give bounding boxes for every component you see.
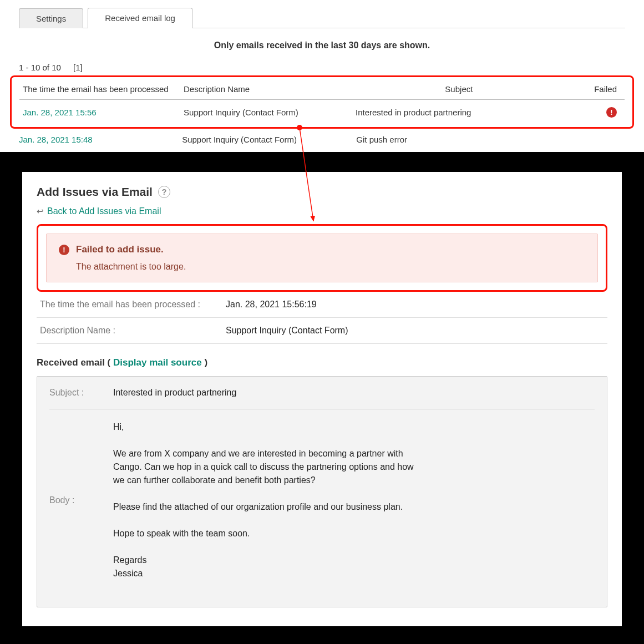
col-subject: Subject	[352, 77, 566, 100]
processed-time-value: Jan. 28, 2021 15:56:19	[226, 300, 317, 310]
col-time: The time the email has been processed	[19, 77, 180, 100]
col-desc: Description Name	[180, 77, 352, 100]
received-email-heading: Received email ( Display mail source )	[37, 357, 607, 368]
log-description: Support Inquiry (Contact Form)	[182, 135, 354, 144]
pager-range: 1 - 10 of 10	[19, 63, 61, 72]
mail-content-box: Subject : Interested in product partneri…	[37, 376, 607, 607]
error-highlight: ! Failed to add issue. The attachment is…	[37, 224, 607, 292]
processed-time-label: The time the email has been processed :	[40, 300, 226, 310]
email-log-panel: Settings Received email log Only emails …	[0, 0, 644, 152]
tab-received-email-log[interactable]: Received email log	[88, 8, 192, 28]
back-arrow-icon: ↩	[37, 206, 44, 216]
description-name-label: Description Name :	[40, 326, 226, 336]
col-failed: Failed	[566, 77, 625, 100]
mail-body-value: Hi, We are from X company and we are int…	[113, 420, 424, 580]
back-link[interactable]: ↩ Back to Add Issues via Email	[37, 206, 607, 216]
display-mail-source-link[interactable]: Display mail source	[113, 357, 202, 368]
mail-subject-label: Subject :	[49, 388, 113, 398]
tab-settings[interactable]: Settings	[19, 8, 83, 28]
table-row[interactable]: Jan. 28, 2021 15:48 Support Inquiry (Con…	[0, 129, 644, 150]
back-link-label: Back to Add Issues via Email	[47, 206, 161, 216]
log-table-highlight: The time the email has been processed De…	[10, 75, 634, 129]
description-name-value: Support Inquiry (Contact Form)	[226, 326, 348, 336]
pager-current-page: [1]	[73, 63, 83, 72]
mail-subject-value: Interested in product partnering	[113, 388, 424, 398]
pager: 1 - 10 of 10 [1]	[0, 63, 644, 75]
log-time-link[interactable]: Jan. 28, 2021 15:56	[23, 108, 97, 117]
email-detail-panel: Add Issues via Email ? ↩ Back to Add Iss…	[22, 172, 622, 626]
tabs: Settings Received email log	[19, 7, 625, 28]
log-subject: Interested in product partnering	[352, 100, 566, 125]
alert-box: ! Failed to add issue. The attachment is…	[46, 234, 598, 282]
log-subject: Git push error	[356, 135, 407, 144]
mail-body-label: Body :	[49, 495, 113, 505]
alert-title: Failed to add issue.	[76, 244, 164, 255]
table-row[interactable]: Jan. 28, 2021 15:56 Support Inquiry (Con…	[19, 100, 625, 125]
warning-icon: !	[606, 107, 617, 118]
log-description: Support Inquiry (Contact Form)	[180, 100, 352, 125]
log-date-notice: Only emails received in the last 30 days…	[0, 28, 644, 63]
alert-message: The attachment is too large.	[76, 262, 585, 272]
page-title: Add Issues via Email ?	[37, 185, 607, 199]
help-icon[interactable]: ?	[158, 186, 170, 198]
warning-icon: !	[59, 245, 69, 255]
log-time-link[interactable]: Jan. 28, 2021 15:48	[19, 135, 180, 144]
email-log-table: The time the email has been processed De…	[19, 77, 625, 125]
